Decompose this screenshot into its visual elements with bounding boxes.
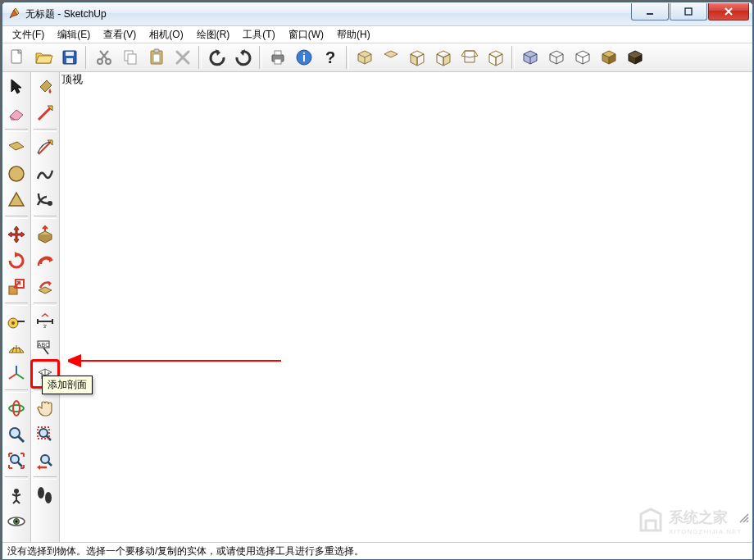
maximize-button[interactable] [670, 3, 707, 20]
toolbar-separator [34, 303, 57, 306]
shaded-style-button[interactable] [596, 44, 622, 71]
menu-file[interactable]: 文件(F) [6, 26, 51, 43]
eraser-tool[interactable] [3, 100, 30, 126]
top-view-button[interactable] [378, 44, 404, 71]
cut-button[interactable] [91, 44, 117, 71]
help-button[interactable]: ? [317, 44, 343, 71]
menu-tools[interactable]: 工具(T) [236, 26, 281, 43]
app-icon [7, 7, 20, 20]
menu-camera[interactable]: 相机(O) [143, 26, 189, 43]
freehand-tool[interactable] [32, 161, 58, 187]
rotate-tool[interactable] [3, 248, 30, 274]
rectangle-tool[interactable] [3, 134, 30, 161]
svg-marker-29 [461, 51, 478, 57]
left-view-button[interactable] [483, 44, 509, 71]
previous-view-tool[interactable] [32, 448, 58, 474]
toolbar-separator [5, 216, 28, 219]
zoom-tool[interactable] [3, 421, 30, 448]
svg-point-46 [14, 489, 19, 494]
zoom-window-tool[interactable] [32, 421, 58, 448]
menu-bar: 文件(F) 编辑(E) 查看(V) 相机(O) 绘图(R) 工具(T) 窗口(W… [2, 26, 752, 43]
svg-marker-33 [496, 54, 502, 66]
wireframe-style-button[interactable] [543, 44, 570, 71]
svg-point-52 [48, 201, 52, 206]
status-text: 没有选择到物体。选择一个要移动/复制的实体，或请使用选择工具进行多重选择。 [7, 544, 364, 558]
circle-tool[interactable] [3, 161, 30, 187]
select-tool[interactable] [3, 74, 30, 100]
line-tool[interactable] [32, 100, 58, 126]
redo-button[interactable] [230, 44, 257, 71]
follow-me-tool[interactable] [32, 187, 58, 213]
svg-text:ABC: ABC [38, 342, 49, 348]
svg-point-43 [13, 401, 20, 416]
close-button[interactable] [708, 3, 749, 20]
svg-marker-62 [37, 465, 40, 470]
svg-point-49 [16, 521, 18, 523]
axes-tool[interactable] [3, 361, 30, 387]
iso-view-button[interactable] [352, 44, 378, 71]
tape-measure-tool[interactable] [3, 308, 30, 335]
xray-style-button[interactable] [517, 44, 543, 71]
zoom-extents-tool[interactable] [3, 448, 30, 474]
print-button[interactable] [265, 44, 291, 71]
svg-point-42 [9, 405, 24, 412]
status-bar: 没有选择到物体。选择一个要移动/复制的实体，或请使用选择工具进行多重选择。 [2, 542, 752, 559]
tooltip-text: 添加剖面 [48, 379, 87, 390]
svg-rect-0 [647, 13, 653, 15]
svg-text:i: i [302, 51, 306, 64]
delete-button[interactable] [170, 44, 196, 71]
follow-me-alt-tool[interactable] [32, 274, 58, 300]
walk-tool[interactable] [32, 482, 58, 508]
dimension-tool[interactable]: 3' [32, 308, 58, 335]
open-file-button[interactable] [30, 44, 57, 71]
menu-view[interactable]: 查看(V) [97, 26, 143, 43]
text-tool[interactable]: ABC [32, 335, 58, 361]
principal-toolbar-col1 [2, 72, 31, 542]
back-view-button[interactable] [456, 44, 483, 71]
svg-rect-1 [685, 8, 692, 15]
save-file-button[interactable] [57, 44, 83, 71]
menu-window[interactable]: 窗口(W) [282, 26, 330, 43]
model-viewport[interactable]: 顶视 添加剖面 [60, 72, 752, 542]
model-info-button[interactable]: i [291, 44, 317, 71]
right-view-button[interactable] [430, 44, 456, 71]
paste-button[interactable] [143, 44, 170, 71]
svg-rect-10 [128, 54, 136, 64]
paint-bucket-tool[interactable] [32, 74, 58, 100]
svg-rect-5 [66, 52, 74, 56]
polygon-tool[interactable] [3, 187, 30, 213]
toolbar-separator [259, 46, 262, 69]
menu-help[interactable]: 帮助(H) [330, 26, 377, 43]
svg-rect-12 [154, 49, 159, 52]
push-pull-tool[interactable] [32, 221, 58, 248]
orbit-tool[interactable] [3, 395, 30, 421]
protractor-tool[interactable] [3, 335, 30, 361]
pan-tool[interactable] [32, 395, 58, 421]
window-title: 无标题 - SketchUp [25, 7, 107, 21]
view-label: 顶视 [61, 72, 83, 87]
toolbar-separator [34, 476, 57, 480]
offset-tool[interactable] [32, 248, 58, 274]
toolbar-separator [198, 46, 202, 69]
app-window: 无标题 - SketchUp 文件(F) 编辑(E) 查看(V) 相机(O) 绘… [2, 2, 753, 560]
toolbar-separator [5, 389, 28, 393]
menu-draw[interactable]: 绘图(R) [190, 26, 237, 43]
shaded-texture-style-button[interactable] [622, 44, 648, 71]
minimize-button[interactable] [631, 3, 669, 20]
menu-edit[interactable]: 编辑(E) [51, 26, 97, 43]
arc-tool[interactable] [32, 134, 58, 161]
standard-toolbar: i ? [2, 43, 752, 72]
look-around-tool[interactable] [3, 508, 30, 535]
resize-grip-icon[interactable] [738, 512, 750, 524]
undo-button[interactable] [204, 44, 230, 71]
position-camera-tool[interactable] [3, 482, 30, 508]
front-view-button[interactable] [404, 44, 430, 71]
toolbar-separator [511, 46, 515, 69]
hidden-line-style-button[interactable] [570, 44, 596, 71]
copy-button[interactable] [117, 44, 143, 71]
workspace: 3' ABC 顶视 添加剖面 [2, 72, 752, 542]
scale-tool[interactable] [3, 274, 30, 300]
toolbar-separator [5, 476, 28, 480]
new-file-button[interactable] [4, 44, 30, 71]
move-tool[interactable] [3, 221, 30, 248]
